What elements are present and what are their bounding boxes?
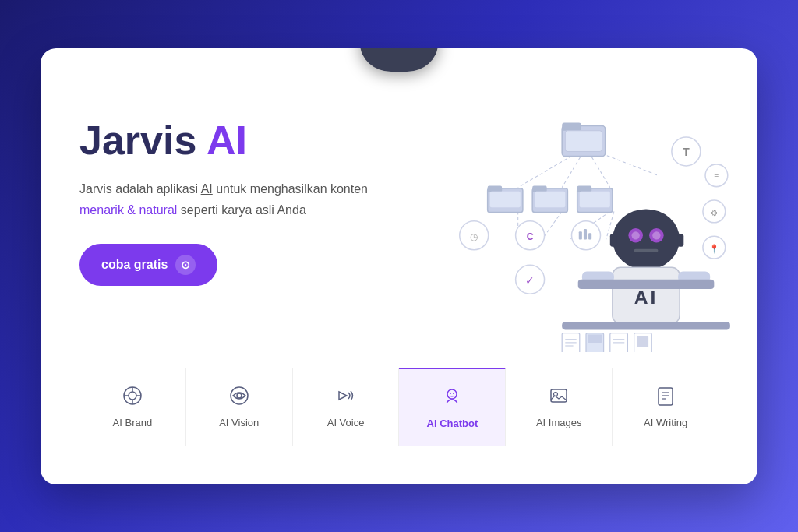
svg-rect-51 — [562, 322, 730, 329]
svg-point-70 — [453, 393, 454, 394]
title-black: Jarvis — [79, 118, 207, 163]
svg-text:≡: ≡ — [714, 172, 719, 181]
svg-text:AI: AI — [634, 286, 659, 307]
svg-line-5 — [542, 211, 563, 239]
svg-point-43 — [632, 231, 640, 239]
feature-card-chatbot[interactable]: AI Chatbot — [399, 368, 506, 446]
feature-cards-row: AI Brand AI Vision AI Voice — [79, 368, 719, 446]
robot-head-decoration — [360, 48, 438, 72]
svg-rect-10 — [565, 130, 602, 151]
chatbot-icon — [442, 386, 462, 411]
svg-text:⚙: ⚙ — [711, 208, 718, 217]
main-card: Jarvis AI Jarvis adalah aplikasi AI untu… — [41, 48, 757, 484]
desc-highlight: menarik & natural — [79, 203, 177, 217]
vision-icon — [229, 386, 249, 410]
feature-card-images[interactable]: AI Images — [506, 368, 613, 446]
desc-text1: Jarvis adalah aplikasi AI untuk menghasi… — [79, 182, 368, 196]
hero-text-section: Jarvis AI Jarvis adalah aplikasi AI untu… — [79, 103, 438, 287]
svg-rect-9 — [562, 122, 581, 130]
svg-text:T: T — [683, 145, 690, 157]
svg-point-38 — [613, 209, 680, 270]
feature-card-writing[interactable]: AI Writing — [613, 368, 719, 446]
svg-point-64 — [129, 392, 136, 400]
svg-point-66 — [237, 393, 242, 398]
svg-rect-34 — [584, 229, 587, 239]
cta-button[interactable]: coba gratis ⊙ — [79, 244, 217, 286]
desc-text2: seperti karya asli Anda — [177, 203, 305, 217]
feature-card-voice[interactable]: AI Voice — [293, 368, 400, 446]
svg-rect-45 — [634, 248, 659, 252]
svg-point-69 — [450, 393, 451, 394]
svg-rect-13 — [490, 191, 521, 207]
top-folder-icon — [562, 122, 605, 156]
svg-text:✓: ✓ — [525, 273, 535, 286]
svg-marker-67 — [339, 392, 347, 400]
brand-label: AI Brand — [113, 417, 153, 428]
svg-rect-12 — [488, 185, 502, 192]
svg-point-72 — [554, 393, 558, 396]
title-purple: AI — [207, 118, 247, 163]
svg-rect-18 — [577, 185, 591, 192]
svg-rect-39 — [610, 234, 616, 246]
svg-rect-19 — [580, 191, 610, 207]
svg-rect-50 — [578, 279, 715, 288]
hero-title: Jarvis AI — [79, 118, 438, 163]
svg-rect-73 — [659, 388, 673, 405]
hero-description: Jarvis adalah aplikasi AI untuk menghasi… — [79, 178, 407, 220]
svg-rect-62 — [637, 336, 648, 347]
svg-rect-15 — [532, 185, 546, 192]
svg-rect-16 — [535, 191, 565, 207]
svg-rect-57 — [588, 334, 602, 342]
illustration-svg: T ≡ ⚙ 📍 ◷ C — [438, 103, 734, 352]
svg-text:C: C — [527, 231, 534, 242]
writing-icon — [655, 386, 676, 410]
writing-label: AI Writing — [644, 417, 687, 428]
main-content-area: Jarvis AI Jarvis adalah aplikasi AI untu… — [79, 79, 719, 352]
feature-card-brand[interactable]: AI Brand — [79, 368, 186, 446]
svg-text:📍: 📍 — [709, 243, 719, 253]
feature-card-vision[interactable]: AI Vision — [186, 368, 293, 446]
voice-label: AI Voice — [327, 417, 365, 428]
chatbot-label: AI Chatbot — [427, 417, 478, 429]
svg-rect-71 — [551, 389, 567, 402]
vision-label: AI Vision — [219, 417, 259, 428]
brand-icon — [122, 386, 143, 410]
images-icon — [549, 386, 569, 410]
images-label: AI Images — [536, 417, 582, 428]
cta-label: coba gratis — [101, 258, 168, 272]
voice-icon — [336, 386, 356, 410]
svg-text:◷: ◷ — [470, 231, 478, 242]
svg-rect-40 — [677, 234, 683, 246]
hero-illustration: T ≡ ⚙ 📍 ◷ C — [438, 103, 734, 352]
svg-rect-35 — [588, 233, 591, 239]
svg-rect-33 — [579, 231, 582, 239]
cta-arrow-icon: ⊙ — [175, 255, 196, 275]
svg-point-68 — [447, 389, 457, 399]
svg-point-44 — [652, 231, 660, 239]
